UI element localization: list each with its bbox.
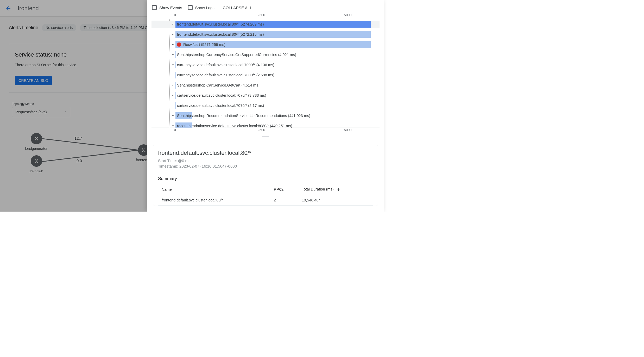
chevron-down-icon[interactable] — [170, 52, 175, 57]
detail-span-title: frontend.default.svc.cluster.local:80/* — [158, 150, 373, 156]
trace-span-row[interactable]: Sent.hipstershop.CartService.GetCart (4.… — [151, 82, 380, 89]
svg-point-5 — [37, 139, 38, 140]
span-details: frontend.default.svc.cluster.local:80/* … — [147, 140, 384, 212]
summary-heading: Summary — [158, 176, 373, 181]
trace-span-row[interactable]: currencyservice.default.svc.cluster.loca… — [151, 61, 380, 69]
svg-line-0 — [42, 139, 138, 150]
span-bar — [175, 82, 176, 89]
span-bar — [175, 102, 176, 109]
detail-timestamp: Timestamp: 2023-02-07 (16:10:01.564) -08… — [158, 163, 373, 169]
node-label-loadgenerator: loadgenerator — [25, 146, 47, 151]
svg-point-4 — [35, 139, 36, 140]
span-label: cartservice.default.svc.cluster.local:70… — [177, 102, 264, 109]
span-bar — [175, 61, 176, 68]
chevron-down-icon[interactable] — [170, 62, 175, 67]
span-label: !Recv./cart (5271.259 ms) — [177, 41, 225, 48]
chevron-down-icon[interactable] — [170, 42, 175, 47]
chevron-down-icon[interactable] — [170, 113, 175, 118]
chevron-down-icon[interactable] — [170, 22, 175, 27]
detail-start-time: Start Time: @0 ms — [158, 158, 373, 163]
svg-point-16 — [143, 150, 144, 151]
trace-panel: Show Events Show Logs COLLAPSE ALL 02500… — [147, 0, 384, 212]
edge-label-unknown: 0.0 — [76, 158, 83, 163]
node-loadgenerator[interactable] — [31, 133, 42, 144]
svg-point-2 — [35, 137, 36, 138]
caret-down-icon — [64, 110, 67, 114]
chevron-down-icon[interactable] — [170, 93, 175, 98]
axis-tick: 0 — [174, 13, 176, 17]
trace-span-row[interactable]: Sent.hipstershop.CurrencyService.GetSupp… — [151, 51, 380, 58]
node-unknown[interactable] — [31, 155, 42, 167]
span-bar — [175, 72, 176, 78]
svg-point-11 — [36, 161, 37, 162]
axis-tick: 2500 — [258, 13, 265, 17]
show-logs-checkbox[interactable]: Show Logs — [188, 5, 214, 10]
error-icon: ! — [177, 42, 181, 47]
no-alerts-chip[interactable]: No service alerts — [42, 24, 76, 31]
chevron-down-icon[interactable] — [170, 32, 175, 37]
svg-point-13 — [144, 148, 146, 149]
col-name[interactable]: Name — [158, 184, 270, 195]
col-rpcs[interactable]: RPCs — [270, 184, 298, 195]
span-label: frontend.default.svc.cluster.local:80/* … — [177, 31, 264, 38]
span-label: currencyservice.default.svc.cluster.loca… — [177, 72, 274, 78]
col-total-duration[interactable]: Total Duration (ms) — [298, 184, 373, 195]
svg-point-9 — [35, 162, 36, 163]
back-arrow-icon[interactable] — [5, 5, 11, 11]
svg-line-1 — [42, 150, 138, 162]
time-selection-chip[interactable]: Time selection is 3:46 PM to 4:46 PM G — [80, 24, 151, 31]
checkbox-icon — [188, 5, 193, 10]
span-label: frontend.default.svc.cluster.local:80/* … — [177, 21, 264, 28]
axis-tick: 2500 — [258, 128, 265, 132]
checkbox-icon — [152, 5, 157, 10]
trace-span-row[interactable]: cartservice.default.svc.cluster.local:70… — [151, 102, 380, 109]
span-bar — [175, 92, 176, 99]
trace-span-row[interactable]: frontend.default.svc.cluster.local:80/* … — [151, 21, 380, 28]
topology-metric-select[interactable]: Requests/sec (avg) — [12, 107, 70, 117]
timeline-axis-top: 025005000 — [151, 13, 380, 19]
alerts-title: Alerts timeline — [9, 25, 38, 30]
svg-point-10 — [37, 162, 38, 163]
svg-point-3 — [37, 137, 38, 138]
create-slo-button[interactable]: CREATE AN SLO — [15, 76, 52, 85]
axis-tick: 0 — [174, 128, 176, 132]
span-label: cartservice.default.svc.cluster.local:70… — [177, 92, 266, 99]
svg-point-15 — [144, 151, 146, 152]
svg-point-8 — [37, 159, 38, 160]
chevron-down-icon[interactable] — [170, 83, 175, 88]
page-title: frontend — [18, 5, 39, 12]
svg-point-12 — [142, 148, 143, 149]
span-label: Sent.hipstershop.RecommendationService.L… — [177, 112, 310, 119]
trace-span-row[interactable]: frontend.default.svc.cluster.local:80/* … — [151, 31, 380, 38]
sort-desc-icon — [336, 187, 340, 192]
topology-metric-value: Requests/sec (avg) — [15, 110, 47, 114]
svg-point-7 — [35, 159, 36, 160]
summary-cell-rpcs: 2 — [270, 195, 298, 206]
timeline-axis-bottom: 025005000 — [151, 127, 380, 133]
summary-row[interactable]: frontend.default.svc.cluster.local:80/*2… — [158, 195, 373, 206]
trace-toolbar: Show Events Show Logs COLLAPSE ALL — [147, 0, 384, 13]
span-label: currencyservice.default.svc.cluster.loca… — [177, 61, 274, 68]
node-label-unknown: unknown — [29, 169, 43, 173]
summary-cell-total: 10,546.484 — [298, 195, 373, 206]
trace-span-row[interactable]: !Recv./cart (5271.259 ms) — [151, 41, 380, 48]
trace-span-row[interactable]: Sent.hipstershop.RecommendationService.L… — [151, 112, 380, 119]
show-logs-label: Show Logs — [195, 5, 214, 10]
svg-point-14 — [142, 151, 143, 152]
axis-tick: 5000 — [344, 13, 352, 17]
span-label: Sent.hipstershop.CurrencyService.GetSupp… — [177, 51, 296, 58]
trace-spans[interactable]: frontend.default.svc.cluster.local:80/* … — [151, 19, 380, 128]
summary-cell-name: frontend.default.svc.cluster.local:80/* — [158, 195, 270, 206]
show-events-label: Show Events — [159, 5, 182, 10]
span-label: Sent.hipstershop.CartService.GetCart (4.… — [177, 82, 260, 89]
trace-span-row[interactable]: cartservice.default.svc.cluster.local:70… — [151, 92, 380, 99]
show-events-checkbox[interactable]: Show Events — [152, 5, 182, 10]
collapse-all-button[interactable]: COLLAPSE ALL — [223, 5, 252, 10]
trace-span-row[interactable]: currencyservice.default.svc.cluster.loca… — [151, 71, 380, 79]
span-bar — [175, 51, 176, 58]
svg-point-6 — [36, 138, 37, 139]
axis-tick: 5000 — [344, 128, 352, 132]
edge-label-lg: 12.7 — [74, 136, 83, 140]
summary-table: Name RPCs Total Duration (ms) frontend.d… — [158, 184, 373, 206]
panel-resize-handle[interactable] — [147, 133, 384, 140]
